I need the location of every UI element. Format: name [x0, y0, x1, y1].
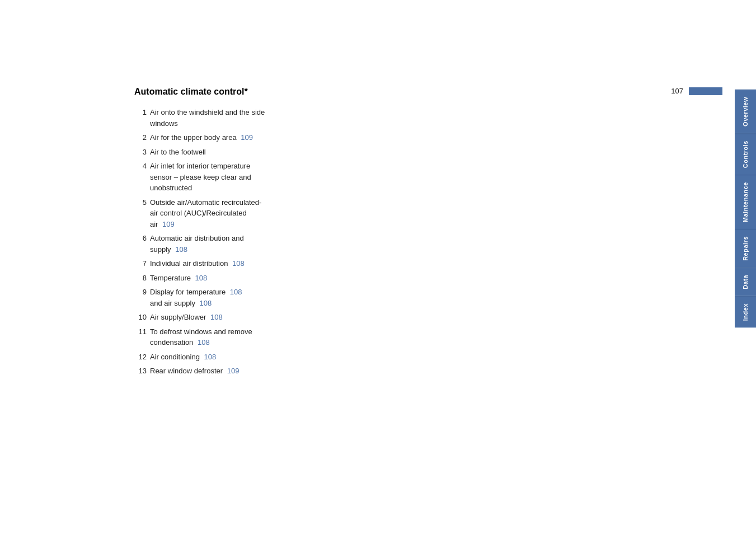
list-item: 12 Air conditioning 108: [134, 352, 554, 363]
list-item: 9 Display for temperature 108and air sup…: [134, 287, 554, 308]
item-link[interactable]: 109: [227, 367, 240, 375]
item-link[interactable]: 108: [230, 288, 242, 296]
item-link[interactable]: 108: [195, 274, 208, 282]
list-item: 4 Air inlet for interior temperaturesens…: [134, 161, 554, 194]
item-text: Air to the footwell: [150, 147, 206, 158]
page-number: 107: [671, 87, 683, 95]
item-link[interactable]: 108: [232, 259, 245, 268]
sidebar-tab-maintenance[interactable]: Maintenance: [735, 175, 756, 229]
item-text: Air supply/Blower 108: [150, 312, 223, 323]
list-item: 2 Air for the upper body area 109: [134, 132, 554, 143]
section-title: Automatic climate control*: [134, 87, 554, 97]
list-item: 1 Air onto the windshield and the sidewi…: [134, 107, 554, 129]
list-item: 7 Individual air distribution 108: [134, 258, 554, 269]
item-text: Air onto the windshield and the sidewind…: [150, 107, 265, 129]
list-item: 6 Automatic air distribution andsupply 1…: [134, 233, 554, 255]
item-link[interactable]: 109: [241, 133, 253, 142]
item-number: 7: [134, 258, 150, 269]
item-link[interactable]: 108: [200, 299, 212, 307]
main-content: Automatic climate control* 1 Air onto th…: [134, 87, 554, 380]
item-link[interactable]: 108: [204, 353, 217, 361]
item-text: Air inlet for interior temperaturesensor…: [150, 161, 251, 194]
item-number: 4: [134, 161, 150, 194]
item-text: Air conditioning 108: [150, 352, 216, 363]
item-number: 13: [134, 366, 150, 377]
item-number: 6: [134, 233, 150, 255]
list-item: 11 To defrost windows and removecondensa…: [134, 326, 554, 348]
page-header: 107: [671, 87, 722, 95]
list-item: 5 Outside air/Automatic recirculated-air…: [134, 197, 554, 230]
item-number: 8: [134, 273, 150, 284]
sidebar-tab-controls[interactable]: Controls: [735, 133, 756, 175]
item-text: Outside air/Automatic recirculated-air c…: [150, 197, 261, 230]
item-number: 5: [134, 197, 150, 230]
sidebar: Overview Controls Maintenance Repairs Da…: [735, 0, 756, 534]
list-item: 8 Temperature 108: [134, 273, 554, 284]
item-text: Rear window defroster 109: [150, 366, 239, 377]
list-item: 3 Air to the footwell: [134, 147, 554, 158]
item-text: Air for the upper body area 109: [150, 132, 253, 143]
item-link[interactable]: 109: [162, 220, 175, 228]
item-link[interactable]: 108: [210, 313, 223, 321]
item-number: 2: [134, 132, 150, 143]
list-item: 13 Rear window defroster 109: [134, 366, 554, 377]
list-item: 10 Air supply/Blower 108: [134, 312, 554, 323]
item-text: Display for temperature 108and air suppl…: [150, 287, 242, 308]
item-text: To defrost windows and removecondensatio…: [150, 326, 252, 348]
item-text: Automatic air distribution andsupply 108: [150, 233, 244, 255]
item-link[interactable]: 108: [198, 338, 210, 346]
page-number-bar: [689, 87, 722, 95]
item-number: 9: [134, 287, 150, 308]
item-number: 3: [134, 147, 150, 158]
sidebar-tab-data[interactable]: Data: [735, 268, 756, 296]
item-link[interactable]: 108: [175, 245, 187, 254]
item-number: 11: [134, 326, 150, 348]
item-number: 12: [134, 352, 150, 363]
page-container: 107 Automatic climate control* 1 Air ont…: [0, 0, 756, 534]
items-list: 1 Air onto the windshield and the sidewi…: [134, 107, 554, 377]
item-text: Individual air distribution 108: [150, 258, 245, 269]
sidebar-tab-overview[interactable]: Overview: [735, 90, 756, 133]
item-number: 10: [134, 312, 150, 323]
sidebar-tab-repairs[interactable]: Repairs: [735, 229, 756, 268]
sidebar-tab-index[interactable]: Index: [735, 296, 756, 327]
item-number: 1: [134, 107, 150, 129]
item-text: Temperature 108: [150, 273, 207, 284]
